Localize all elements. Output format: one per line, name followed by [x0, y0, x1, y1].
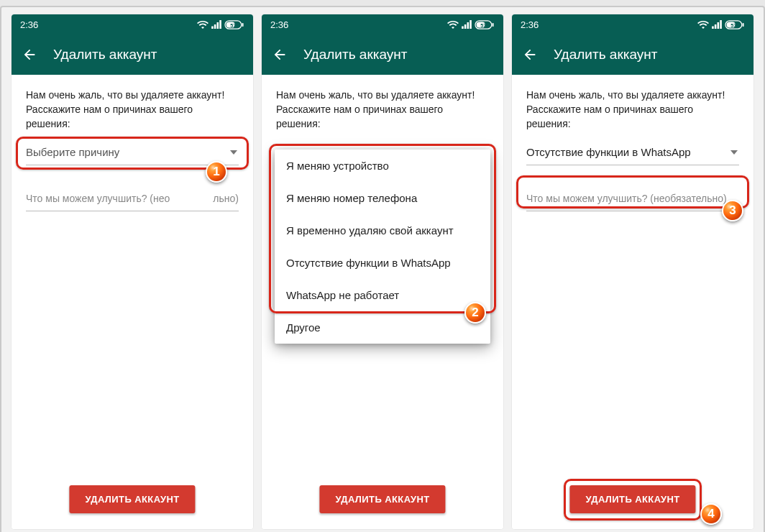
tutorial-composite: 2:36 57 Удалить аккаунт Нам очень жаль, … — [0, 6, 765, 532]
wifi-icon — [447, 20, 459, 29]
dropdown-item[interactable]: Отсутствие функции в WhatsApp — [275, 247, 490, 279]
signal-icon — [462, 20, 472, 29]
page-title: Удалить аккаунт — [53, 47, 157, 63]
reason-select-label: Выберите причину — [26, 146, 119, 158]
phone-screen-3: 2:36 57 Удалить аккаунт Нам очень жаль, … — [512, 14, 753, 529]
app-bar: Удалить аккаунт — [512, 35, 753, 75]
svg-rect-11 — [743, 23, 744, 27]
battery-icon: 57 — [224, 20, 244, 29]
svg-rect-7 — [493, 23, 494, 27]
battery-icon: 57 — [725, 20, 745, 29]
battery-icon: 57 — [475, 20, 495, 29]
improve-input[interactable]: Что мы можем улучшить? (необязательно) — [526, 185, 739, 211]
intro-text: Нам очень жаль, что вы удаляете аккаунт!… — [276, 88, 489, 131]
status-time: 2:36 — [521, 19, 539, 30]
intro-text: Нам очень жаль, что вы удаляете аккаунт!… — [526, 88, 739, 131]
status-bar: 2:36 57 — [512, 14, 753, 35]
dropdown-item[interactable]: Я меняю номер телефона — [275, 182, 490, 214]
page-title: Удалить аккаунт — [303, 47, 407, 63]
dropdown-item[interactable]: Я временно удаляю свой аккаунт — [275, 214, 490, 247]
status-bar: 2:36 57 — [262, 14, 503, 35]
wifi-icon — [197, 20, 209, 29]
step-badge-4: 4 — [700, 503, 722, 525]
status-bar: 2:36 57 — [12, 14, 253, 35]
back-arrow-icon[interactable] — [22, 47, 37, 63]
intro-text: Нам очень жаль, что вы удаляете аккаунт!… — [26, 88, 239, 131]
app-bar: Удалить аккаунт — [12, 35, 253, 75]
status-icons: 57 — [697, 20, 745, 29]
dropdown-item[interactable]: WhatsApp не работает — [275, 279, 490, 311]
delete-account-button[interactable]: УДАЛИТЬ АККАУНТ — [569, 485, 695, 513]
svg-rect-3 — [242, 23, 244, 27]
back-arrow-icon[interactable] — [522, 47, 538, 63]
delete-account-button[interactable]: УДАЛИТЬ АККАУНТ — [69, 485, 195, 513]
reason-select-label: Отсутствие функции в WhatsApp — [526, 146, 691, 158]
app-bar: Удалить аккаунт — [262, 35, 503, 75]
svg-text:57: 57 — [230, 22, 236, 28]
reason-dropdown: Я меняю устройство Я меняю номер телефон… — [275, 150, 490, 344]
page-title: Удалить аккаунт — [554, 47, 657, 63]
status-time: 2:36 — [20, 19, 38, 30]
screen-body: Нам очень жаль, что вы удаляете аккаунт!… — [512, 75, 753, 529]
phone-screen-2: 2:36 57 Удалить аккаунт Нам очень жаль, … — [262, 14, 503, 529]
dropdown-item[interactable]: Я меняю устройство — [275, 150, 490, 182]
delete-account-button[interactable]: УДАЛИТЬ АККАУНТ — [319, 485, 445, 513]
svg-text:57: 57 — [480, 22, 486, 28]
signal-icon — [712, 20, 722, 29]
back-arrow-icon[interactable] — [272, 47, 288, 63]
chevron-down-icon — [730, 150, 738, 155]
status-icons: 57 — [447, 20, 495, 29]
svg-text:57: 57 — [730, 22, 736, 28]
signal-icon — [211, 20, 221, 29]
improve-placeholder: Что мы можем улучшить? (необязательно) — [526, 193, 727, 204]
improve-input[interactable]: Что мы можем улучшить? (нео льно) — [26, 185, 239, 211]
improve-placeholder-left: Что мы можем улучшить? (нео — [26, 193, 170, 204]
improve-placeholder-right: льно) — [213, 193, 239, 204]
wifi-icon — [697, 20, 709, 29]
reason-select[interactable]: Отсутствие функции в WhatsApp — [526, 139, 739, 165]
chevron-down-icon — [230, 150, 237, 155]
dropdown-item[interactable]: Другое — [275, 311, 490, 344]
status-icons: 57 — [197, 20, 244, 29]
screen-body: Нам очень жаль, что вы удаляете аккаунт!… — [12, 75, 253, 529]
phone-screen-1: 2:36 57 Удалить аккаунт Нам очень жаль, … — [12, 14, 253, 529]
status-time: 2:36 — [270, 19, 288, 30]
reason-select[interactable]: Выберите причину — [26, 139, 239, 165]
